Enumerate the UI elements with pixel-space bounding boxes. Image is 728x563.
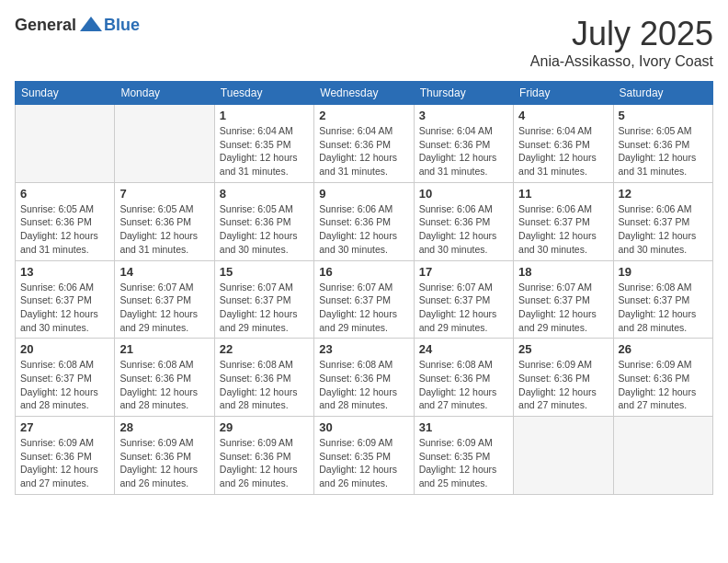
day-number: 16 — [319, 265, 408, 279]
calendar-cell: 30Sunrise: 6:09 AMSunset: 6:35 PMDayligh… — [314, 417, 414, 495]
day-info: Sunrise: 6:06 AMSunset: 6:37 PMDaylight:… — [20, 281, 109, 335]
day-number: 24 — [419, 342, 508, 356]
title-block: July 2025 Ania-Assikasso, Ivory Coast — [530, 15, 713, 70]
day-info: Sunrise: 6:05 AMSunset: 6:36 PMDaylight:… — [220, 202, 309, 257]
day-number: 7 — [119, 187, 209, 201]
day-number: 12 — [619, 187, 708, 201]
day-number: 3 — [419, 109, 508, 122]
day-info: Sunrise: 6:08 AMSunset: 6:36 PMDaylight:… — [119, 358, 209, 412]
calendar-cell: 11Sunrise: 6:06 AMSunset: 6:37 PMDayligh… — [514, 182, 613, 260]
location-title: Ania-Assikasso, Ivory Coast — [530, 53, 713, 70]
day-info: Sunrise: 6:07 AMSunset: 6:37 PMDaylight:… — [518, 281, 608, 335]
calendar-cell: 26Sunrise: 6:09 AMSunset: 6:36 PMDayligh… — [613, 339, 712, 417]
calendar-cell: 29Sunrise: 6:09 AMSunset: 6:36 PMDayligh… — [214, 417, 313, 495]
day-info: Sunrise: 6:07 AMSunset: 6:37 PMDaylight:… — [119, 281, 209, 335]
calendar-cell: 20Sunrise: 6:08 AMSunset: 6:37 PMDayligh… — [16, 339, 115, 417]
day-info: Sunrise: 6:06 AMSunset: 6:36 PMDaylight:… — [319, 202, 408, 257]
day-info: Sunrise: 6:09 AMSunset: 6:36 PMDaylight:… — [119, 436, 209, 490]
weekday-header-saturday: Saturday — [613, 82, 712, 105]
day-info: Sunrise: 6:08 AMSunset: 6:36 PMDaylight:… — [319, 358, 408, 412]
calendar-cell: 22Sunrise: 6:08 AMSunset: 6:36 PMDayligh… — [214, 339, 313, 417]
day-info: Sunrise: 6:08 AMSunset: 6:36 PMDaylight:… — [220, 358, 309, 412]
calendar-cell: 4Sunrise: 6:04 AMSunset: 6:36 PMDaylight… — [514, 105, 613, 183]
calendar-cell — [613, 417, 712, 495]
day-info: Sunrise: 6:04 AMSunset: 6:35 PMDaylight:… — [220, 124, 309, 178]
day-info: Sunrise: 6:05 AMSunset: 6:36 PMDaylight:… — [619, 124, 708, 178]
calendar-cell: 3Sunrise: 6:04 AMSunset: 6:36 PMDaylight… — [414, 105, 513, 183]
day-info: Sunrise: 6:07 AMSunset: 6:37 PMDaylight:… — [220, 281, 309, 335]
day-info: Sunrise: 6:09 AMSunset: 6:36 PMDaylight:… — [518, 358, 608, 412]
day-number: 15 — [220, 265, 309, 279]
logo-blue-text: Blue — [104, 16, 140, 35]
day-number: 29 — [220, 420, 309, 434]
day-number: 9 — [319, 187, 408, 201]
calendar-cell: 18Sunrise: 6:07 AMSunset: 6:37 PMDayligh… — [514, 260, 613, 339]
day-number: 19 — [619, 265, 708, 279]
day-info: Sunrise: 6:09 AMSunset: 6:36 PMDaylight:… — [619, 358, 708, 412]
weekday-header-sunday: Sunday — [16, 82, 115, 105]
calendar-cell: 17Sunrise: 6:07 AMSunset: 6:37 PMDayligh… — [414, 260, 513, 339]
logo-general-text: General — [15, 16, 76, 35]
weekday-header-friday: Friday — [514, 82, 613, 105]
calendar-week-row: 1Sunrise: 6:04 AMSunset: 6:35 PMDaylight… — [16, 105, 713, 183]
day-info: Sunrise: 6:09 AMSunset: 6:36 PMDaylight:… — [220, 436, 309, 490]
weekday-header-wednesday: Wednesday — [314, 82, 414, 105]
day-number: 4 — [518, 109, 608, 122]
calendar-cell: 23Sunrise: 6:08 AMSunset: 6:36 PMDayligh… — [314, 339, 414, 417]
logo: General Blue — [15, 15, 140, 35]
calendar-cell: 14Sunrise: 6:07 AMSunset: 6:37 PMDayligh… — [115, 260, 214, 339]
page-header: General Blue July 2025 Ania-Assikasso, I… — [15, 15, 713, 70]
day-number: 25 — [518, 342, 608, 356]
logo-icon — [78, 15, 104, 35]
calendar-week-row: 27Sunrise: 6:09 AMSunset: 6:36 PMDayligh… — [16, 417, 713, 495]
day-number: 2 — [319, 109, 408, 122]
calendar-cell: 8Sunrise: 6:05 AMSunset: 6:36 PMDaylight… — [214, 182, 313, 260]
day-info: Sunrise: 6:07 AMSunset: 6:37 PMDaylight:… — [419, 281, 508, 335]
day-info: Sunrise: 6:06 AMSunset: 6:36 PMDaylight:… — [419, 202, 508, 257]
day-info: Sunrise: 6:08 AMSunset: 6:36 PMDaylight:… — [419, 358, 508, 412]
day-number: 10 — [419, 187, 508, 201]
calendar-cell: 13Sunrise: 6:06 AMSunset: 6:37 PMDayligh… — [16, 260, 115, 339]
month-title: July 2025 — [530, 15, 713, 53]
calendar-cell: 6Sunrise: 6:05 AMSunset: 6:36 PMDaylight… — [16, 182, 115, 260]
day-number: 8 — [220, 187, 309, 201]
day-number: 6 — [20, 187, 109, 201]
calendar-cell — [514, 417, 613, 495]
day-number: 1 — [220, 109, 309, 122]
day-number: 22 — [220, 342, 309, 356]
day-number: 14 — [119, 265, 209, 279]
calendar-header-row: SundayMondayTuesdayWednesdayThursdayFrid… — [16, 82, 713, 105]
day-number: 20 — [20, 342, 109, 356]
calendar-cell: 15Sunrise: 6:07 AMSunset: 6:37 PMDayligh… — [214, 260, 313, 339]
calendar-cell: 10Sunrise: 6:06 AMSunset: 6:36 PMDayligh… — [414, 182, 513, 260]
calendar-cell: 16Sunrise: 6:07 AMSunset: 6:37 PMDayligh… — [314, 260, 414, 339]
day-info: Sunrise: 6:08 AMSunset: 6:37 PMDaylight:… — [20, 358, 109, 412]
calendar-week-row: 6Sunrise: 6:05 AMSunset: 6:36 PMDaylight… — [16, 182, 713, 260]
day-info: Sunrise: 6:04 AMSunset: 6:36 PMDaylight:… — [319, 124, 408, 178]
day-number: 27 — [20, 420, 109, 434]
calendar-week-row: 20Sunrise: 6:08 AMSunset: 6:37 PMDayligh… — [16, 339, 713, 417]
calendar-cell: 21Sunrise: 6:08 AMSunset: 6:36 PMDayligh… — [115, 339, 214, 417]
calendar-table: SundayMondayTuesdayWednesdayThursdayFrid… — [15, 81, 713, 495]
day-info: Sunrise: 6:09 AMSunset: 6:35 PMDaylight:… — [419, 436, 508, 490]
day-number: 28 — [119, 420, 209, 434]
calendar-cell: 1Sunrise: 6:04 AMSunset: 6:35 PMDaylight… — [214, 105, 313, 183]
calendar-cell: 24Sunrise: 6:08 AMSunset: 6:36 PMDayligh… — [414, 339, 513, 417]
calendar-cell — [115, 105, 214, 183]
calendar-cell — [16, 105, 115, 183]
day-info: Sunrise: 6:04 AMSunset: 6:36 PMDaylight:… — [419, 124, 508, 178]
calendar-cell: 7Sunrise: 6:05 AMSunset: 6:36 PMDaylight… — [115, 182, 214, 260]
day-info: Sunrise: 6:06 AMSunset: 6:37 PMDaylight:… — [518, 202, 608, 257]
calendar-cell: 27Sunrise: 6:09 AMSunset: 6:36 PMDayligh… — [16, 417, 115, 495]
day-number: 5 — [619, 109, 708, 122]
day-number: 18 — [518, 265, 608, 279]
calendar-cell: 12Sunrise: 6:06 AMSunset: 6:37 PMDayligh… — [613, 182, 712, 260]
day-number: 26 — [619, 342, 708, 356]
day-info: Sunrise: 6:06 AMSunset: 6:37 PMDaylight:… — [619, 202, 708, 257]
calendar-cell: 25Sunrise: 6:09 AMSunset: 6:36 PMDayligh… — [514, 339, 613, 417]
calendar-week-row: 13Sunrise: 6:06 AMSunset: 6:37 PMDayligh… — [16, 260, 713, 339]
day-info: Sunrise: 6:05 AMSunset: 6:36 PMDaylight:… — [20, 202, 109, 257]
weekday-header-monday: Monday — [115, 82, 214, 105]
day-number: 13 — [20, 265, 109, 279]
day-number: 17 — [419, 265, 508, 279]
